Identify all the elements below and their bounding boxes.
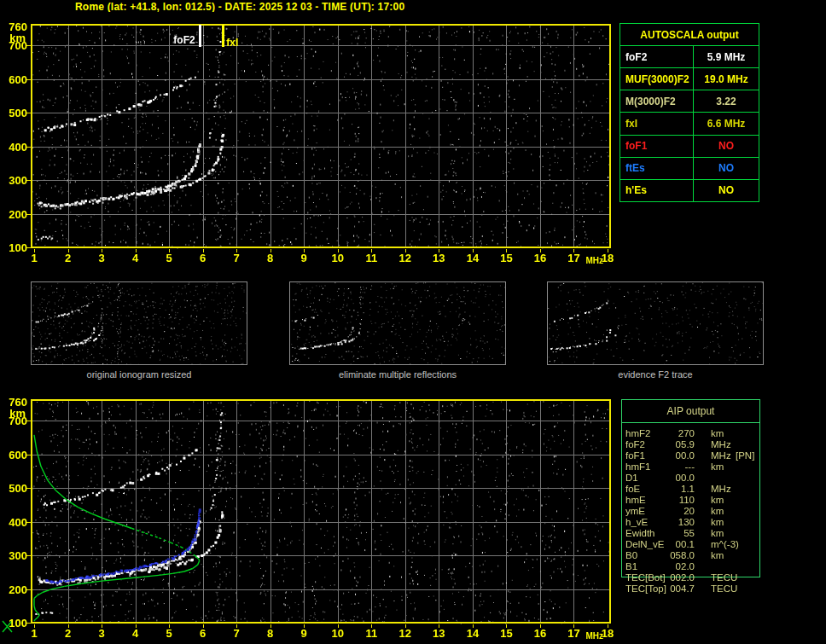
aip-row-value: 270 <box>662 428 695 439</box>
aip-row-label: hmF1 <box>625 461 650 473</box>
thumbnail-evidence-f2-trace <box>547 281 764 365</box>
aip-row-value: 00.0 <box>662 450 695 461</box>
aip-table-header: AIP output <box>622 400 759 423</box>
ionogram-bottom-plot <box>0 387 631 644</box>
aip-row-value: 00.0 <box>662 473 695 484</box>
aip-row-unit: km <box>711 461 724 473</box>
aip-table-row: hmF1---km <box>625 461 775 473</box>
autoscala-row-value: 3.22 <box>694 90 759 112</box>
autoscala-row-value: NO <box>694 136 759 157</box>
aip-row-unit: km <box>711 550 724 561</box>
aip-row-value: --- <box>662 461 695 473</box>
aip-row-label: foF1 <box>625 450 645 461</box>
autoscala-row-label: M(3000)F2 <box>620 90 694 112</box>
autoscala-row-label: foF1 <box>620 136 694 157</box>
aip-row-unit: MHz <box>711 439 731 450</box>
autoscala-row-value: NO <box>694 180 759 201</box>
aip-table-rows: hmF2270kmfoF205.9MHzfoF100.0MHz[PN]hmF1-… <box>625 428 775 595</box>
autoscala-row-label: ftEs <box>620 158 694 179</box>
aip-row-note: [PN] <box>736 450 754 461</box>
aip-table-row: B102.0 <box>625 561 775 572</box>
autoscala-row-value: 5.9 MHz <box>694 46 759 67</box>
page-title: Rome (lat: +41.8, lon: 012.5) - DATE: 20… <box>75 1 404 13</box>
thumbnail-caption-original: original ionogram resized <box>31 369 247 380</box>
aip-row-label: B1 <box>625 561 637 572</box>
aip-table-row: foE1.1MHz <box>625 484 775 495</box>
autoscala-table-row: fxI6.6 MHz <box>620 113 759 135</box>
aip-row-label: Ewidth <box>625 528 655 539</box>
autoscala-table-row: h'EsNO <box>620 180 759 201</box>
autoscala-window: Rome (lat: +41.8, lon: 012.5) - DATE: 20… <box>0 0 826 644</box>
aip-row-label: TEC[Bot] <box>625 572 666 583</box>
autoscala-row-value: 19.0 MHz <box>694 68 759 90</box>
aip-row-label: h_vE <box>625 517 648 528</box>
autoscala-row-label: h'Es <box>620 180 694 201</box>
thumbnail-caption-eliminate: eliminate multiple reflections <box>289 369 506 380</box>
aip-row-value: 058.0 <box>662 550 695 561</box>
autoscala-row-value: 6.6 MHz <box>694 113 759 134</box>
aip-row-value: 00.1 <box>662 539 695 550</box>
aip-table-row: Ewidth55km <box>625 528 775 539</box>
aip-row-value: 110 <box>662 495 695 506</box>
aip-row-unit: km <box>711 506 724 517</box>
thumbnail-eliminate-reflections <box>289 281 506 365</box>
aip-table-row: h_vE130km <box>625 517 775 528</box>
autoscala-table-row: M(3000)F23.22 <box>620 90 759 113</box>
aip-row-label: TEC[Top] <box>625 583 666 595</box>
aip-table-row: hmF2270km <box>625 428 775 439</box>
aip-table-row: ymE20km <box>625 506 775 517</box>
autoscala-table-row: foF1NO <box>620 136 759 158</box>
aip-row-unit: m^(-3) <box>711 539 739 550</box>
aip-row-unit: TECU <box>711 583 737 595</box>
autoscala-table-header: AUTOSCALA output <box>620 24 759 46</box>
autoscala-row-label: MUF(3000)F2 <box>620 68 694 90</box>
autoscala-row-label: foF2 <box>620 46 694 67</box>
aip-row-value: 130 <box>662 517 695 528</box>
aip-row-unit: MHz <box>711 484 731 495</box>
aip-row-value: 05.9 <box>662 439 695 450</box>
autoscala-output-table: AUTOSCALA output foF25.9 MHzMUF(3000)F21… <box>620 23 759 202</box>
aip-table-row: D100.0 <box>625 473 775 484</box>
autoscala-table-row: foF25.9 MHz <box>620 46 759 68</box>
aip-table-row: foF205.9MHz <box>625 439 775 450</box>
aip-row-unit: km <box>711 495 724 506</box>
aip-row-label: foF2 <box>625 439 645 450</box>
aip-row-label: B0 <box>625 550 637 561</box>
aip-row-label: hmE <box>625 495 646 506</box>
autoscala-row-value: NO <box>694 158 759 179</box>
aip-table-row: DelN_vE00.1m^(-3) <box>625 539 775 550</box>
aip-row-value: 002.0 <box>662 572 695 583</box>
ionogram-top-plot <box>0 12 631 270</box>
aip-row-value: 55 <box>662 528 695 539</box>
aip-row-value: 004.7 <box>662 583 695 595</box>
aip-table-row: TEC[Bot]002.0TECU <box>625 572 775 583</box>
aip-row-label: foE <box>625 484 640 495</box>
aip-row-unit: km <box>711 528 724 539</box>
aip-row-value: 02.0 <box>662 561 695 572</box>
aip-row-unit: km <box>711 517 724 528</box>
aip-row-label: D1 <box>625 473 638 484</box>
aip-row-label: hmF2 <box>625 428 650 439</box>
autoscala-table-row: MUF(3000)F219.0 MHz <box>620 68 759 90</box>
thumbnail-original-ionogram <box>31 281 247 365</box>
aip-row-unit: TECU <box>711 572 737 583</box>
autoscala-table-row: ftEsNO <box>620 158 759 180</box>
aip-row-value: 20 <box>662 506 695 517</box>
aip-table-row: B0058.0km <box>625 550 775 561</box>
aip-row-label: ymE <box>625 506 645 517</box>
aip-row-unit: MHz <box>711 450 731 461</box>
autoscala-row-label: fxI <box>620 113 694 134</box>
aip-table-row: hmE110km <box>625 495 775 506</box>
aip-table-row: TEC[Top]004.7TECU <box>625 583 775 595</box>
aip-row-unit: km <box>711 428 724 439</box>
aip-row-value: 1.1 <box>662 484 695 495</box>
thumbnail-caption-evidence: evidence F2 trace <box>547 369 764 380</box>
aip-row-label: DelN_vE <box>625 539 664 550</box>
aip-table-row: foF100.0MHz[PN] <box>625 450 775 461</box>
